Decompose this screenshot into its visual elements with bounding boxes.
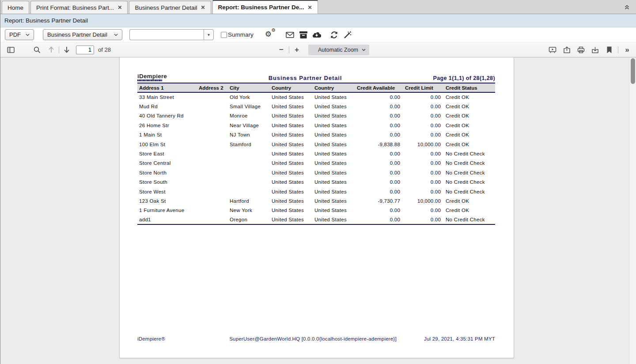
zoom-select[interactable]: Automatic Zoom bbox=[308, 45, 369, 55]
page-down-icon[interactable] bbox=[61, 44, 73, 56]
table-cell: 0.00 bbox=[355, 187, 403, 196]
combo-dropdown-icon[interactable]: ▾ bbox=[204, 29, 214, 40]
table-cell bbox=[197, 92, 228, 102]
table-cell: 0.00 bbox=[403, 178, 444, 187]
table-cell: Near Village bbox=[228, 121, 270, 130]
archive-icon[interactable] bbox=[297, 29, 310, 41]
table-cell: 26 Home Str bbox=[137, 121, 197, 130]
table-cell bbox=[228, 159, 270, 168]
table-row: Store EastUnited StatesUnited States0.00… bbox=[137, 149, 495, 158]
table-cell: United States bbox=[313, 178, 355, 187]
download-icon[interactable] bbox=[589, 44, 601, 56]
table-row: Store CentralUnited StatesUnited States0… bbox=[137, 159, 495, 168]
report-page: iDempiere Business Partner Detail Page 1… bbox=[120, 57, 514, 358]
print-icon[interactable] bbox=[575, 44, 587, 56]
format-select[interactable]: PDF bbox=[5, 29, 34, 40]
refresh-icon[interactable] bbox=[328, 29, 341, 41]
close-icon[interactable]: ✕ bbox=[308, 5, 312, 10]
table-cell bbox=[197, 130, 228, 140]
page-count-label: of 28 bbox=[98, 46, 111, 53]
filter-input[interactable] bbox=[129, 29, 204, 40]
table-cell: United States bbox=[270, 121, 313, 130]
column-header: Credit Limit bbox=[403, 83, 444, 92]
table-cell: 1 Furniture Avenue bbox=[137, 206, 197, 215]
page-up-icon[interactable] bbox=[45, 44, 57, 56]
column-header: Country bbox=[270, 83, 313, 92]
table-cell: United States bbox=[313, 206, 355, 215]
presentation-mode-icon[interactable] bbox=[546, 44, 559, 56]
summary-label: Summary bbox=[228, 31, 254, 38]
tab-label: Home bbox=[8, 4, 23, 11]
table-cell: 0.00 bbox=[355, 111, 403, 121]
table-cell: 0.00 bbox=[355, 215, 403, 224]
bookmark-icon[interactable] bbox=[603, 44, 615, 56]
table-cell: Mud Rd bbox=[137, 102, 197, 111]
logo-text: iDempiere bbox=[137, 74, 204, 79]
wand-icon[interactable] bbox=[341, 29, 354, 41]
column-header: Address 2 bbox=[197, 83, 228, 92]
report-table-body: 33 Main StreetOld YorkUnited StatesUnite… bbox=[137, 92, 495, 224]
table-cell: Store South bbox=[137, 178, 197, 187]
column-header: Credit Status bbox=[444, 83, 495, 92]
tab-label: Report: Business Partner De... bbox=[218, 4, 304, 11]
collapse-tabs-icon[interactable] bbox=[623, 3, 631, 11]
pdf-toolbar-right: » bbox=[546, 44, 633, 56]
zoom-in-icon[interactable]: + bbox=[291, 44, 303, 56]
table-cell: New York bbox=[228, 206, 270, 215]
table-cell bbox=[197, 168, 228, 177]
table-row: 1 Furniture AvenueNew YorkUnited StatesU… bbox=[137, 206, 495, 215]
export-icon[interactable] bbox=[310, 29, 323, 41]
table-cell: NJ Town bbox=[228, 130, 270, 140]
zoom-controls: − + Automatic Zoom bbox=[275, 44, 369, 56]
zoom-out-icon[interactable]: − bbox=[275, 44, 288, 56]
table-row: 100 Elm StStamfordUnited StatesUnited St… bbox=[137, 140, 495, 149]
table-cell: 0.00 bbox=[403, 159, 444, 168]
table-cell: -9,838.88 bbox=[355, 140, 403, 149]
table-cell: 33 Main Street bbox=[137, 92, 197, 102]
table-cell: No Credit Check bbox=[444, 168, 495, 177]
close-icon[interactable]: ✕ bbox=[201, 5, 205, 10]
table-cell: United States bbox=[313, 92, 355, 102]
sidebar-toggle-icon[interactable] bbox=[4, 44, 17, 56]
divider bbox=[59, 46, 59, 53]
table-cell: 0.00 bbox=[403, 206, 444, 215]
close-icon[interactable]: ✕ bbox=[117, 5, 122, 10]
scrollbar-thumb[interactable] bbox=[631, 58, 635, 84]
table-cell: United States bbox=[313, 196, 355, 205]
page-number-input[interactable] bbox=[76, 46, 94, 54]
tab-print-format[interactable]: Print Format: Business Part... ✕ bbox=[30, 1, 128, 14]
table-cell: Credit OK bbox=[444, 140, 495, 149]
report-page-info: Page 1(1,1) of 28(1,28) bbox=[407, 75, 495, 81]
viewer-scrollbar[interactable] bbox=[629, 57, 636, 364]
table-cell: Credit OK bbox=[444, 206, 495, 215]
open-file-icon[interactable] bbox=[560, 44, 573, 56]
table-cell: 0.00 bbox=[403, 130, 444, 140]
mail-icon[interactable] bbox=[284, 29, 297, 41]
table-cell: Stamford bbox=[228, 140, 270, 149]
pdf-toolbar: of 28 − + Automatic Zoom bbox=[0, 42, 636, 57]
table-cell: Store West bbox=[137, 187, 197, 196]
table-cell: No Credit Check bbox=[444, 187, 495, 196]
tab-home[interactable]: Home bbox=[2, 1, 29, 14]
search-icon[interactable] bbox=[31, 44, 43, 56]
summary-option: Summary bbox=[221, 31, 254, 38]
table-cell bbox=[197, 215, 228, 224]
table-cell: 0.00 bbox=[403, 149, 444, 158]
table-cell: United States bbox=[313, 187, 355, 196]
table-cell: 0.00 bbox=[403, 92, 444, 102]
tab-business-partner-detail[interactable]: Business Partner Detail ✕ bbox=[129, 1, 211, 14]
settings-icon[interactable]: ⚙⚙ bbox=[263, 29, 276, 41]
report-toolbar: PDF Business Partner Detail ▾ Summary ⚙⚙ bbox=[0, 27, 636, 42]
table-cell: 0.00 bbox=[355, 130, 403, 140]
table-cell: Store North bbox=[137, 168, 197, 177]
table-cell: 10,000.00 bbox=[403, 196, 444, 205]
table-cell: Credit OK bbox=[444, 196, 495, 205]
tab-report-business-partner-detail[interactable]: Report: Business Partner De... ✕ bbox=[212, 0, 318, 14]
print-format-select[interactable]: Business Partner Detail bbox=[43, 29, 122, 40]
summary-checkbox[interactable] bbox=[221, 32, 227, 38]
tab-bar: Home Print Format: Business Part... ✕ Bu… bbox=[0, 0, 636, 14]
more-tools-icon[interactable]: » bbox=[621, 44, 633, 56]
table-cell: United States bbox=[313, 140, 355, 149]
table-cell: Store Central bbox=[137, 159, 197, 168]
table-cell: United States bbox=[313, 159, 355, 168]
